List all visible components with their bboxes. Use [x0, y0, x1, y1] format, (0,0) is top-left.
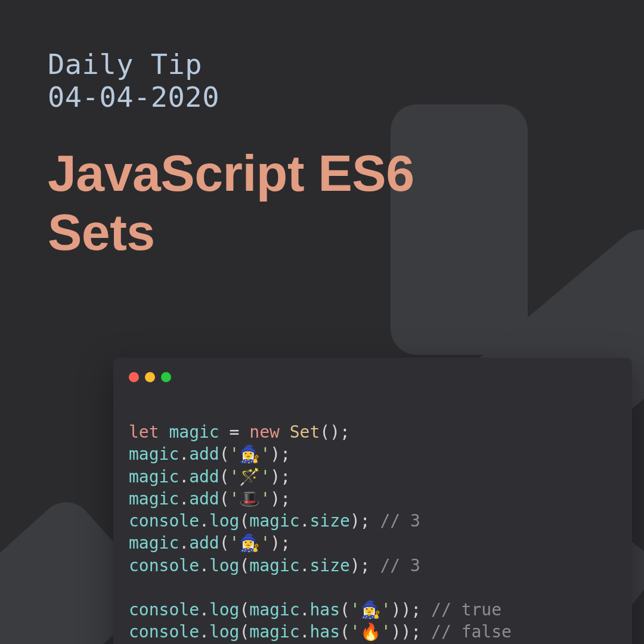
code-block: let magic = new Set(); magic.add('🧙‍♀️')…: [129, 399, 617, 644]
maximize-dot-icon: [161, 372, 171, 382]
eyebrow-line2: 04-04-2020: [48, 80, 596, 113]
comment: // true: [431, 600, 501, 620]
comment: // 3: [380, 556, 420, 575]
minimize-dot-icon: [145, 372, 155, 382]
eyebrow-line1: Daily Tip: [48, 48, 596, 80]
keyword-new: new: [249, 422, 280, 442]
headline: JavaScript ES6 Sets: [48, 144, 596, 262]
eyebrow: Daily Tip 04-04-2020: [48, 48, 596, 114]
close-dot-icon: [129, 372, 139, 382]
keyword-let: let: [129, 422, 159, 442]
comment: // 3: [380, 511, 420, 531]
class-set: Set: [280, 422, 320, 442]
traffic-lights: [129, 372, 617, 382]
ident-magic: magic: [169, 422, 219, 442]
comment: // false: [431, 622, 512, 642]
code-window: let magic = new Set(); magic.add('🧙‍♀️')…: [113, 358, 632, 644]
headline-line1: JavaScript ES6: [48, 144, 596, 203]
headline-line2: Sets: [48, 203, 596, 262]
